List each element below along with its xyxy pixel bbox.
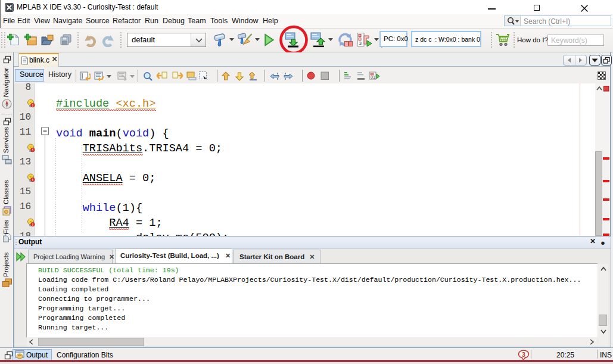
svg-text:01: 01 bbox=[371, 75, 375, 79]
svg-text:3: 3 bbox=[522, 351, 525, 358]
svg-text:3: 3 bbox=[359, 41, 362, 46]
